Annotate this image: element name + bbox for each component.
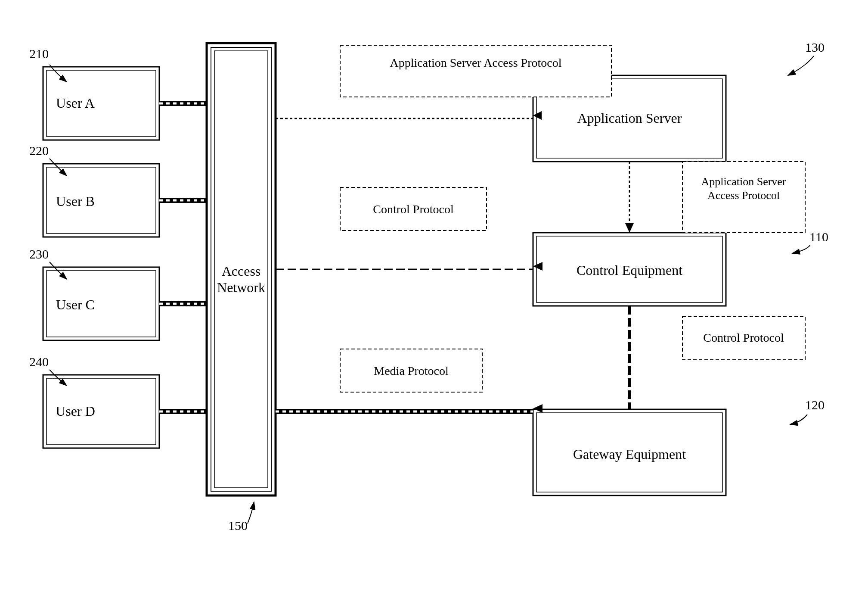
application-server-label: Application Server (577, 110, 682, 126)
app-server-access-protocol-label2-line2: Access Protocol (707, 189, 780, 202)
media-protocol-label: Media Protocol (374, 364, 449, 377)
diagram-svg: 210 User A 220 User B 230 User C 240 Use… (0, 0, 868, 589)
control-protocol-label1: Control Protocol (373, 203, 454, 216)
control-equipment-label: Control Equipment (577, 262, 682, 278)
ref-120: 120 (805, 398, 825, 412)
ref-110: 110 (809, 230, 828, 244)
ref-230: 230 (29, 247, 49, 261)
user-a-label: User A (56, 95, 95, 111)
ref-150: 150 (228, 518, 248, 533)
svg-rect-23 (340, 45, 611, 97)
app-server-access-protocol-label2-line1: Application Server (701, 175, 786, 188)
ref-130: 130 (805, 40, 825, 54)
access-network-label: Access (222, 263, 261, 279)
control-protocol-label2: Control Protocol (703, 331, 784, 344)
ref-210: 210 (29, 47, 49, 61)
svg-marker-40 (625, 223, 634, 233)
ref-220: 220 (29, 143, 49, 158)
access-network-label2: Network (217, 280, 265, 295)
diagram-container: 210 User A 220 User B 230 User C 240 Use… (0, 0, 868, 589)
ref-240: 240 (29, 355, 49, 369)
user-d-label: User D (56, 403, 95, 419)
user-c-label: User C (56, 297, 95, 312)
app-server-access-protocol-label1: Application Server Access Protocol (390, 56, 562, 69)
gateway-equipment-label: Gateway Equipment (573, 446, 686, 462)
user-b-label: User B (56, 193, 95, 209)
